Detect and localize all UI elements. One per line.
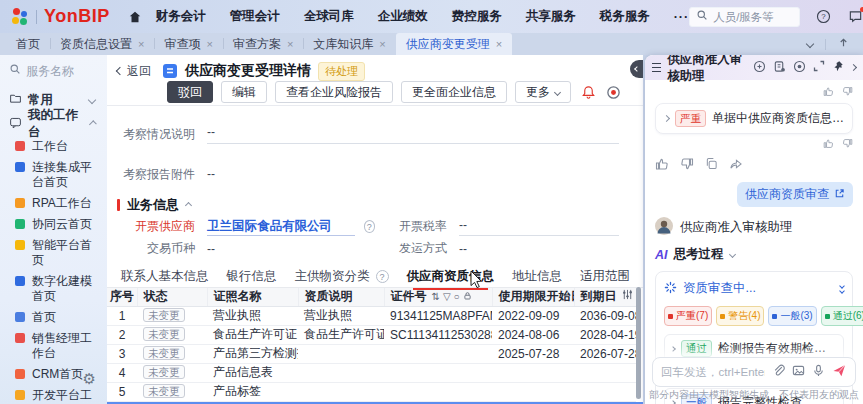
close-icon[interactable]: × (496, 39, 502, 50)
column-filter-icon[interactable] (622, 289, 633, 302)
section-business-info[interactable]: 业务信息 (107, 196, 643, 214)
message-icon[interactable] (848, 9, 863, 24)
tab-supplier-change[interactable]: 供应商变更受理× (396, 33, 512, 55)
menu-item-shared-services[interactable]: 共享服务 (526, 8, 576, 25)
subtab-contacts[interactable]: 联系人基本信息 (121, 268, 209, 285)
gear-icon[interactable]: ⚙ (83, 370, 96, 388)
severe-count-badge[interactable]: 严重(7) (664, 306, 712, 326)
menu-item-treasury[interactable]: 全球司库 (304, 8, 354, 25)
subtab-address-info[interactable]: 地址信息 (512, 268, 562, 285)
pin-icon[interactable] (832, 60, 844, 75)
sidebar-item-ai-platform[interactable]: 智能平台首页 (9, 235, 107, 271)
close-icon[interactable]: × (206, 39, 212, 50)
sidebar-item-workbench[interactable]: 工作台 (9, 136, 107, 157)
collapse-up-icon[interactable] (838, 37, 849, 51)
sidebar-item-sales-manager[interactable]: 销售经理工作台 (9, 328, 107, 364)
vertical-scrollbar[interactable] (636, 287, 641, 399)
qualification-review-button[interactable]: 供应商资质审查 (737, 182, 853, 207)
record-target-icon[interactable] (606, 85, 621, 100)
table-row[interactable]: 2 未变更 食品生产许可证 食品生产许可证 SC11134112530288 2… (107, 325, 636, 344)
copy-icon[interactable] (705, 157, 718, 174)
help-circle-icon[interactable]: ? (364, 220, 375, 233)
ring-icon[interactable]: ○ (454, 291, 460, 302)
paperclip-icon[interactable] (772, 364, 785, 380)
close-icon[interactable]: × (287, 39, 293, 50)
lock-icon[interactable] (463, 291, 472, 303)
invoice-supplier-link[interactable]: 卫兰国际食品有限公司 (207, 218, 355, 236)
chevron-down-icon[interactable] (806, 40, 814, 48)
sidebar-search-input[interactable] (26, 64, 96, 78)
share-icon[interactable] (729, 157, 742, 174)
thumb-up-icon[interactable] (655, 157, 669, 174)
mic-icon[interactable] (812, 364, 825, 380)
reject-button[interactable]: 驳回 (167, 81, 213, 103)
close-icon[interactable]: × (138, 39, 144, 50)
risk-report-button[interactable]: 查看企业风险报告 (275, 81, 393, 103)
collapse-right-icon[interactable] (850, 64, 857, 71)
help-icon[interactable]: ? (816, 9, 831, 24)
survey-report-value[interactable]: -- (207, 167, 215, 181)
sidebar-group-workbench[interactable]: 我的工作台 (9, 112, 107, 136)
sidebar-item-modeling-home[interactable]: 数字化建模首页 (9, 271, 107, 307)
table-row[interactable]: 3 未变更 产品第三方检测报告 2025-07-28 2026-07-28 (107, 344, 636, 363)
filter-icon[interactable]: ▽ (443, 291, 451, 302)
edit-button[interactable]: 编辑 (221, 81, 267, 103)
menu-more-icon[interactable]: ··· (674, 10, 690, 24)
thumb-up-icon[interactable] (823, 138, 834, 151)
chat-input-bar[interactable] (652, 357, 856, 387)
close-icon[interactable]: × (379, 39, 385, 50)
more-button[interactable]: 更多 (515, 81, 571, 103)
subtab-bank-info[interactable]: 银行信息 (227, 268, 277, 285)
new-session-icon[interactable] (753, 60, 766, 76)
menu-item-tax[interactable]: 税务服务 (600, 8, 650, 25)
image-icon[interactable] (792, 364, 805, 380)
menu-icon[interactable] (652, 63, 661, 72)
thumb-down-icon[interactable] (680, 157, 694, 174)
tab-review-item[interactable]: 审查项× (154, 33, 222, 55)
table-row[interactable]: 5 未变更 产品标签 (107, 382, 636, 401)
invoice-tax-value[interactable]: -- (459, 218, 619, 236)
home-icon[interactable] (128, 10, 142, 24)
history-doc-icon[interactable] (773, 60, 786, 76)
pass-count-badge[interactable]: 通过(6) (821, 306, 863, 326)
global-search-input[interactable] (713, 11, 793, 23)
help-circle-icon[interactable]: ? (376, 270, 389, 283)
normal-count-badge[interactable]: 一般(3) (768, 306, 816, 326)
sidebar-item-integration-home[interactable]: 连接集成平台首页 (9, 157, 107, 193)
currency-value[interactable]: -- (207, 242, 215, 256)
table-row[interactable]: 4 未变更 产品信息表 (107, 363, 636, 382)
survey-note-value[interactable]: -- (207, 125, 619, 144)
menu-item-finance[interactable]: 财务会计 (156, 8, 206, 25)
sort-icon[interactable]: ⇅ (432, 291, 440, 302)
target-icon[interactable] (793, 60, 806, 76)
shipping-value[interactable]: -- (459, 242, 467, 256)
back-button[interactable]: 返回 (117, 63, 151, 80)
sidebar-item-rpa[interactable]: RPA工作台 (9, 193, 107, 214)
subtab-applicable-scope[interactable]: 适用范围 (580, 268, 630, 285)
alert-card[interactable]: 严重 单据中供应商资质信息与对应附... (655, 103, 853, 134)
sidebar-item-collab-cloud[interactable]: 协同云首页 (9, 214, 107, 235)
thumb-down-icon[interactable] (842, 138, 853, 151)
chat-input[interactable] (661, 366, 765, 378)
menu-item-expense[interactable]: 费控服务 (452, 8, 502, 25)
table-row[interactable]: 1 未变更 营业执照 营业执照 91341125MA8PFAM46B 2022-… (107, 306, 636, 325)
tab-knowledge-base[interactable]: 文库知识库× (303, 33, 395, 55)
tab-qualification-settings[interactable]: 资质信息设置× (50, 33, 154, 55)
thumb-up-icon[interactable] (823, 86, 834, 99)
alarm-bell-icon[interactable] (581, 85, 596, 100)
sidebar-item-home[interactable]: 首页 (9, 307, 107, 328)
thumb-down-icon[interactable] (842, 86, 853, 99)
tab-home[interactable]: 首页 (6, 33, 50, 55)
double-chevron-down-icon[interactable] (840, 284, 844, 293)
ai-thinking-toggle[interactable]: AI 思考过程 (655, 246, 853, 263)
tab-review-plan[interactable]: 审查方案× (223, 33, 303, 55)
sidebar-search[interactable] (9, 63, 107, 78)
global-search[interactable] (689, 7, 800, 27)
expand-icon[interactable] (813, 60, 825, 75)
panel-collapse-handle[interactable] (630, 60, 643, 78)
menu-item-performance[interactable]: 企业绩效 (378, 8, 428, 25)
company-info-button[interactable]: 更全面企业信息 (401, 81, 507, 103)
send-icon[interactable] (832, 363, 847, 381)
menu-item-mgmt-accounting[interactable]: 管理会计 (230, 8, 280, 25)
warning-count-badge[interactable]: 警告(4) (716, 306, 764, 326)
